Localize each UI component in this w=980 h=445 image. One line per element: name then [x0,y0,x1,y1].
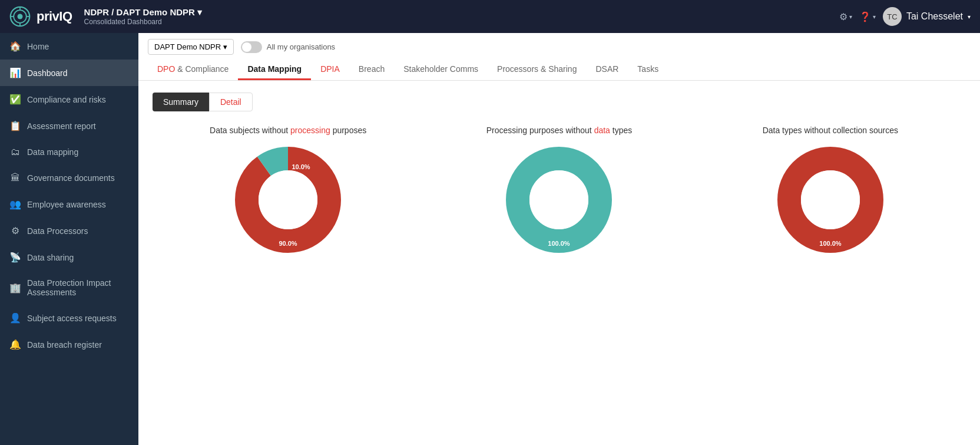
filter-row: DAPT Demo NDPR ▾ All my organisations [148,39,971,60]
content-header: DAPT Demo NDPR ▾ All my organisations DP… [138,33,980,81]
sidebar-label-breach-register: Data breach register [27,340,102,350]
governance-icon: 🏛 [9,173,21,183]
sidebar-item-processors[interactable]: ⚙ Data Processors [0,217,138,244]
tab-data-mapping[interactable]: Data Mapping [238,60,311,80]
org-selector[interactable]: DAPT Demo NDPR ▾ [148,39,234,55]
sidebar-label-governance: Governance documents [27,173,115,183]
avatar: TC [883,7,902,26]
home-icon: 🏠 [9,41,21,52]
tab-dsar[interactable]: DSAR [586,60,628,80]
compliance-icon: ✅ [9,94,21,105]
toggle-label: All my organisations [267,42,335,51]
svg-text:100.0%: 100.0% [819,240,842,247]
header-breadcrumb[interactable]: NDPR / DAPT Demo NDPR ▾ [84,7,203,18]
help-button[interactable]: ❓ ▾ [859,11,876,22]
logo-text: privIQ [37,9,72,24]
settings-button[interactable]: ⚙ ▾ [839,11,852,22]
sidebar-item-dpia[interactable]: 🏢 Data Protection Impact Assessments [0,271,138,305]
breach-register-icon: 🔔 [9,339,21,350]
view-toggle: Summary Detail [153,93,966,111]
sidebar-item-home[interactable]: 🏠 Home [0,33,138,60]
sidebar-label-sharing: Data sharing [27,253,74,262]
svg-point-9 [259,170,317,229]
sidebar-label-compliance: Compliance and risks [27,95,106,104]
chart2-highlight: data [594,126,610,135]
summary-button[interactable]: Summary [153,93,209,111]
sidebar-label-assessment: Assessment report [27,121,96,131]
user-name: Tai Chesselet [906,11,963,22]
chart-processing-purposes: Processing purposes without data types 1… [423,126,694,253]
sidebar-item-assessment[interactable]: 📋 Assessment report [0,113,138,139]
chart1-title: Data subjects without processing purpose… [210,126,366,135]
svg-point-13 [529,170,588,229]
user-menu[interactable]: TC Tai Chesselet ▾ [883,7,971,26]
sidebar-item-compliance[interactable]: ✅ Compliance and risks [0,86,138,113]
sidebar-label-dashboard: Dashboard [27,68,68,78]
data-mapping-icon: 🗂 [9,147,21,157]
charts-row: Data subjects without processing purpose… [153,126,966,253]
sidebar-item-governance[interactable]: 🏛 Governance documents [0,165,138,191]
logo-area: privIQ [9,6,72,27]
sidebar-label-data-mapping: Data mapping [27,147,78,157]
toggle-wrapper: All my organisations [241,41,335,53]
detail-button[interactable]: Detail [209,93,253,111]
sidebar-label-employee: Employee awareness [27,200,106,209]
chart3-title: Data types without collection sources [763,126,898,135]
org-selector-label: DAPT Demo NDPR ▾ [154,42,227,51]
chart-data-types: Data types without collection sources 10… [695,126,966,253]
tab-stakeholder[interactable]: Stakeholder Comms [394,60,488,80]
svg-text:100.0%: 100.0% [548,240,571,247]
tab-tasks[interactable]: Tasks [628,60,668,80]
content-area: DAPT Demo NDPR ▾ All my organisations DP… [138,33,980,445]
header-right: ⚙ ▾ ❓ ▾ TC Tai Chesselet ▾ [839,7,971,26]
header-subtitle: Consolidated Dashboard [84,18,203,26]
svg-point-2 [18,14,23,19]
tabs-row: DPO & Compliance Data Mapping DPIA Breac… [148,60,971,80]
svg-text:90.0%: 90.0% [279,240,297,247]
tab-dpo[interactable]: DPO & Compliance [148,60,238,80]
processors-icon: ⚙ [9,225,21,236]
chart2-svg: 100.0% [506,147,612,253]
page-content: Summary Detail Data subjects without pro… [138,81,980,445]
sidebar-label-home: Home [27,42,49,51]
dpia-icon: 🏢 [9,282,21,294]
logo-icon [9,6,31,27]
gear-icon: ⚙ [839,11,847,22]
sidebar-item-breach-register[interactable]: 🔔 Data breach register [0,331,138,358]
sidebar-item-sharing[interactable]: 📡 Data sharing [0,244,138,271]
chart2-title: Processing purposes without data types [486,126,632,135]
sharing-icon: 📡 [9,252,21,263]
sidebar-label-dpia: Data Protection Impact Assessments [27,278,129,297]
all-orgs-toggle[interactable] [241,41,262,53]
tab-breach[interactable]: Breach [349,60,394,80]
tab-processors[interactable]: Processors & Sharing [488,60,586,80]
chart-data-subjects: Data subjects without processing purpose… [153,126,423,253]
sidebar-item-data-mapping[interactable]: 🗂 Data mapping [0,139,138,165]
dashboard-icon: 📊 [9,67,21,78]
sidebar-label-processors: Data Processors [27,226,88,236]
chart1-svg: 90.0% 10.0% [235,147,341,253]
chart1-highlight: processing [290,126,330,135]
top-header: privIQ NDPR / DAPT Demo NDPR ▾ Consolida… [0,0,980,33]
header-center: NDPR / DAPT Demo NDPR ▾ Consolidated Das… [84,7,203,26]
assessment-icon: 📋 [9,120,21,131]
sidebar-label-subject-access: Subject access requests [27,314,117,323]
help-icon: ❓ [859,11,871,22]
svg-point-16 [801,170,860,229]
sidebar-item-subject-access[interactable]: 👤 Subject access requests [0,305,138,331]
employee-icon: 👥 [9,199,21,210]
svg-text:10.0%: 10.0% [292,163,310,170]
chart3-svg: 100.0% [777,147,883,253]
tab-dpia[interactable]: DPIA [311,60,349,80]
subject-access-icon: 👤 [9,312,21,324]
main-layout: 🏠 Home 📊 Dashboard ✅ Compliance and risk… [0,33,980,445]
sidebar: 🏠 Home 📊 Dashboard ✅ Compliance and risk… [0,33,138,445]
sidebar-item-employee[interactable]: 👥 Employee awareness [0,191,138,217]
sidebar-item-dashboard[interactable]: 📊 Dashboard [0,60,138,86]
